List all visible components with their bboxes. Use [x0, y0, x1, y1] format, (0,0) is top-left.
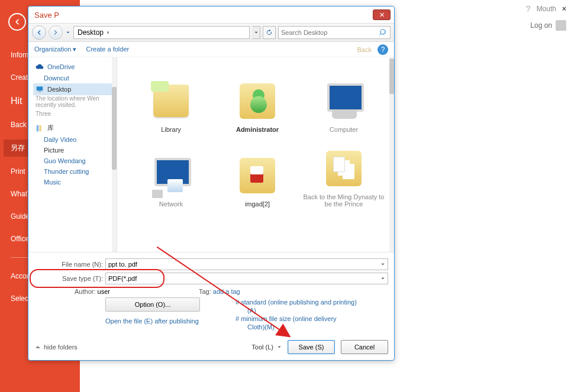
optimize-min-radio[interactable]: # minimum file size (online delivery	[236, 315, 357, 322]
author-label: Author:	[75, 288, 95, 295]
item-ming[interactable]: Back to the Ming Dynasty to be the Princ…	[302, 138, 386, 208]
optimize-standard-sub: (A)	[236, 307, 357, 314]
refresh-button[interactable]	[263, 26, 276, 39]
svg-rect-1	[38, 92, 41, 92]
hide-folders-button[interactable]: hide folders	[34, 344, 78, 351]
nav-libraries[interactable]: 库	[33, 122, 117, 134]
topbar-label: Mouth	[537, 5, 556, 13]
address-dropdown-icon[interactable]	[252, 26, 260, 39]
savetype-label: Save type (T):	[34, 275, 105, 282]
tag-label: Tag:	[199, 288, 211, 295]
open-after-checkbox[interactable]: Open the file (E) after publishing	[105, 318, 200, 325]
nav-guo[interactable]: Guo Wendang	[33, 155, 117, 166]
monitor-icon	[36, 85, 44, 93]
svg-rect-0	[37, 86, 43, 90]
svg-rect-3	[39, 125, 41, 131]
nav-desktop-tip: The location where Wen recently visited.	[33, 95, 117, 111]
filename-label: File name (N):	[34, 261, 105, 268]
nav-pane: OneDrive Downcut Desktop The location wh…	[28, 57, 117, 252]
help-icon[interactable]: ?	[526, 4, 531, 14]
optimize-min-sub: Cloth)(M)	[236, 323, 357, 331]
help-icon[interactable]: ?	[378, 44, 388, 55]
tag-value[interactable]: add a tag	[213, 288, 240, 295]
dialog-title: Save P	[34, 11, 59, 20]
window-close-icon[interactable]: ×	[562, 5, 566, 13]
search-input[interactable]	[278, 26, 391, 39]
address-bar[interactable]: Desktop	[73, 26, 250, 39]
nav-history-dropdown-icon[interactable]	[65, 25, 71, 40]
search-field[interactable]	[281, 29, 379, 36]
nav-desktop[interactable]: Desktop	[33, 83, 117, 95]
item-administrator[interactable]: Administrator	[215, 63, 299, 133]
tools-dropdown[interactable]: Tool (L)	[251, 344, 282, 351]
nav-video[interactable]: Daily Video	[33, 134, 117, 145]
item-library[interactable]: Library	[129, 63, 213, 133]
item-imgad[interactable]: imgad[2]	[215, 138, 299, 208]
filename-input[interactable]: ppt to. pdf	[105, 258, 388, 270]
logon-link[interactable]: Log on	[530, 20, 566, 31]
optimize-standard-radio[interactable]: # standard (online publishing and printi…	[236, 299, 357, 306]
library-icon	[36, 124, 44, 132]
avatar-icon	[556, 20, 566, 31]
nav-three: Three	[33, 111, 117, 117]
savetype-dropdown[interactable]: PDF(*.pdf	[105, 273, 388, 284]
svg-rect-2	[37, 125, 39, 131]
options-button[interactable]: Option (O)...	[105, 297, 200, 312]
nav-onedrive[interactable]: OneDrive	[33, 61, 117, 73]
nav-picture[interactable]: Picture	[33, 145, 117, 155]
item-network[interactable]: Network	[129, 138, 213, 208]
nav-back-button[interactable]	[32, 25, 46, 40]
save-dialog: Save P ✕ Desktop Organization ▾ Create a…	[28, 6, 395, 361]
nav-downcut[interactable]: Downcut	[33, 73, 117, 83]
chevron-up-icon	[34, 344, 41, 351]
dialog-navbar: Desktop	[28, 23, 394, 42]
cloud-icon	[36, 63, 44, 71]
item-computer[interactable]: Computer	[302, 63, 386, 133]
navpane-scrollbar[interactable]	[112, 57, 117, 252]
file-listing: Library Administrator Computer Network i…	[117, 57, 394, 252]
organize-button[interactable]: Organization ▾	[34, 46, 76, 53]
back-arrow-icon[interactable]	[8, 13, 26, 31]
author-value[interactable]: user	[98, 288, 110, 295]
save-button[interactable]: Save (S)	[288, 340, 335, 354]
search-icon	[379, 28, 388, 37]
nav-thunder[interactable]: Thunder cutting	[33, 166, 117, 177]
toolbar-back-link[interactable]: Back	[357, 46, 372, 53]
listing-scrollbar[interactable]	[389, 57, 394, 252]
dialog-close-button[interactable]: ✕	[373, 9, 391, 20]
create-folder-button[interactable]: Create a folder	[86, 46, 129, 53]
nav-forward-button[interactable]	[49, 25, 63, 40]
nav-music[interactable]: Music	[33, 177, 117, 187]
cancel-button[interactable]: Cancel	[341, 340, 388, 354]
